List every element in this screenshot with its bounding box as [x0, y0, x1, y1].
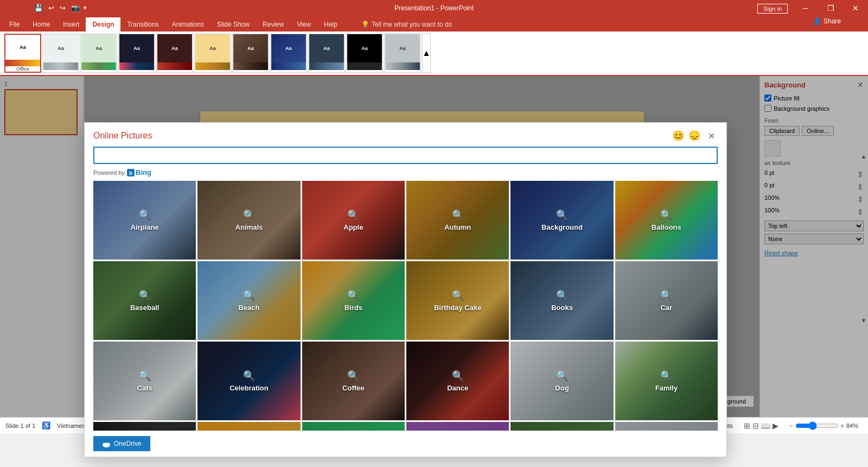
modal-title: Online Pictures: [93, 131, 152, 141]
normal-view-icon[interactable]: ⊞: [744, 421, 750, 430]
grid-item-Autumn[interactable]: 🔍Autumn: [406, 181, 509, 260]
grid-item-Birthday Cake[interactable]: 🔍Birthday Cake: [406, 261, 509, 340]
search-icon: 🔍: [452, 209, 464, 221]
grid-item-label: Coffee: [342, 384, 364, 392]
grid-item-label: Books: [551, 304, 573, 312]
tab-transitions[interactable]: Transitions: [120, 17, 165, 31]
online-pictures-modal: Online Pictures 😊 😞 ✕ Powered by b: [84, 122, 727, 457]
modal-close-button[interactable]: ✕: [705, 129, 718, 142]
grid-item-label: Family: [655, 384, 678, 392]
grid-item-21[interactable]: [406, 422, 509, 431]
theme-9[interactable]: Aa: [308, 34, 345, 73]
search-icon: 🔍: [660, 209, 672, 221]
search-icon: 🔍: [556, 370, 568, 382]
share-button[interactable]: 👤Share: [813, 17, 841, 25]
tab-file[interactable]: File: [3, 17, 26, 31]
search-icon: 🔍: [243, 209, 255, 221]
search-input[interactable]: [93, 147, 718, 164]
title-bar: 💾 ↩ ↪ 📷 ▾ Presentation1 - PowerPoint Sig…: [0, 0, 868, 16]
save-icon[interactable]: 💾: [33, 3, 44, 13]
tab-review[interactable]: Review: [256, 17, 290, 31]
theme-2[interactable]: Aa: [42, 34, 79, 73]
minimize-button[interactable]: ─: [793, 0, 818, 16]
zoom-slider[interactable]: [795, 421, 839, 430]
grid-item-Family[interactable]: 🔍Family: [615, 342, 718, 420]
sign-in-button[interactable]: Sign in: [757, 4, 788, 14]
screenshot-icon[interactable]: 📷: [69, 3, 81, 13]
search-icon: 🔍: [347, 209, 359, 221]
grid-item-Background[interactable]: 🔍Background: [510, 181, 613, 260]
close-button[interactable]: ✕: [843, 0, 868, 16]
theme-5[interactable]: Aa: [156, 34, 193, 73]
theme-10[interactable]: Aa: [346, 34, 383, 73]
grid-item-label: Birthday Cake: [434, 304, 481, 312]
grid-item-Books[interactable]: 🔍Books: [510, 261, 613, 340]
slidesorter-icon[interactable]: ⊟: [752, 421, 759, 430]
grid-item-Cats[interactable]: 🔍Cats: [93, 342, 196, 420]
theme-6[interactable]: Aa: [194, 34, 231, 73]
accessibility-icon[interactable]: ♿: [42, 421, 50, 430]
modal-header: Online Pictures 😊 😞 ✕: [85, 123, 726, 142]
dropdown-icon[interactable]: ▾: [84, 4, 87, 11]
search-icon: 🔍: [660, 289, 672, 301]
theme-7[interactable]: Aa: [232, 34, 269, 73]
grid-item-19[interactable]: [197, 422, 300, 431]
grid-item-label: Dance: [447, 384, 468, 392]
feedback-positive-icon[interactable]: 😊: [672, 130, 684, 142]
scroll-up-icon[interactable]: ▲: [422, 34, 431, 73]
grid-item-Airplane[interactable]: 🔍Airplane: [93, 181, 196, 260]
grid-item-label: Cats: [137, 384, 152, 392]
zoom-level[interactable]: 84%: [846, 422, 863, 429]
svg-text:b: b: [129, 171, 132, 176]
quick-access-toolbar: 💾 ↩ ↪ 📷 ▾: [33, 3, 87, 13]
grid-item-Dance[interactable]: 🔍Dance: [406, 342, 509, 420]
grid-item-18[interactable]: [93, 422, 196, 431]
grid-item-label: Birds: [344, 304, 362, 312]
tab-animations[interactable]: Animations: [165, 17, 210, 31]
search-icon: 🔍: [556, 289, 568, 301]
undo-icon[interactable]: ↩: [47, 3, 56, 13]
tab-help[interactable]: Help: [317, 17, 344, 31]
onedrive-button[interactable]: OneDrive: [93, 436, 150, 451]
search-icon: 🔍: [347, 289, 359, 301]
grid-item-label: Animals: [235, 223, 263, 231]
grid-item-label: Background: [541, 223, 583, 231]
grid-item-23[interactable]: [615, 422, 718, 431]
tab-view[interactable]: View: [290, 17, 317, 31]
restore-button[interactable]: ❐: [818, 0, 843, 16]
theme-11[interactable]: Aa: [384, 34, 421, 73]
theme-office[interactable]: Aa Office: [4, 34, 41, 73]
tab-home[interactable]: Home: [26, 17, 56, 31]
tab-insert[interactable]: Insert: [56, 17, 86, 31]
grid-item-Celebration[interactable]: 🔍Celebration: [197, 342, 300, 420]
feedback-negative-icon[interactable]: 😞: [688, 130, 700, 142]
grid-item-Car[interactable]: 🔍Car: [615, 261, 718, 340]
redo-icon[interactable]: ↪: [58, 3, 67, 13]
slide-info: Slide 1 of 1: [5, 422, 35, 429]
theme-8[interactable]: Aa: [270, 34, 307, 73]
zoom-decrease-icon[interactable]: −: [789, 422, 793, 429]
search-icon: 🔍: [660, 370, 672, 382]
grid-item-Balloons[interactable]: 🔍Balloons: [615, 181, 718, 260]
grid-item-Apple[interactable]: 🔍Apple: [302, 181, 405, 260]
grid-item-Coffee[interactable]: 🔍Coffee: [302, 342, 405, 420]
tab-design[interactable]: Design: [86, 17, 120, 31]
theme-3[interactable]: Aa: [80, 34, 117, 73]
tell-me[interactable]: 💡 Tell me what you want to do: [355, 17, 458, 31]
zoom-increase-icon[interactable]: +: [841, 422, 844, 429]
grid-item-Dog[interactable]: 🔍Dog: [510, 342, 613, 420]
slideshow-icon[interactable]: ▶: [773, 421, 778, 430]
reading-view-icon[interactable]: 📖: [761, 421, 770, 430]
tab-slideshow[interactable]: Slide Show: [210, 17, 256, 31]
grid-item-22[interactable]: [510, 422, 613, 431]
grid-item-label: Baseball: [130, 304, 159, 312]
grid-item-Birds[interactable]: 🔍Birds: [302, 261, 405, 340]
theme-4[interactable]: Aa: [118, 34, 155, 73]
grid-item-Beach[interactable]: 🔍Beach: [197, 261, 300, 340]
search-icon: 🔍: [556, 209, 568, 221]
grid-item-Baseball[interactable]: 🔍Baseball: [93, 261, 196, 340]
grid-item-20[interactable]: [302, 422, 405, 431]
grid-item-label: Beach: [238, 304, 259, 312]
grid-item-Animals[interactable]: 🔍Animals: [197, 181, 300, 260]
ribbon-tabs: File Home Insert Design Transitions Anim…: [0, 16, 868, 31]
